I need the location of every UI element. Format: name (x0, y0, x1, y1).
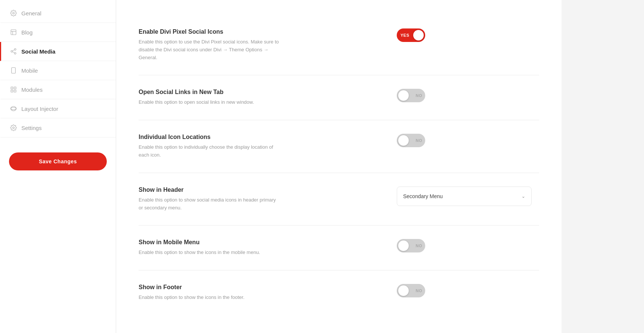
setting-show-in-mobile-menu-desc: Enable this option to show the icons in … (139, 249, 281, 257)
chevron-down-icon: ⌄ (521, 194, 525, 199)
setting-show-in-footer: Show in Footer Enable this option to sho… (139, 270, 539, 315)
setting-individual-icon-title: Individual Icon Locations (139, 134, 281, 140)
svg-rect-14 (11, 90, 13, 92)
modules-icon (10, 86, 17, 93)
open-new-tab-toggle[interactable]: NO (397, 89, 425, 102)
sidebar-item-mobile-label: Mobile (21, 67, 38, 74)
setting-enable-social-icons: Enable Divi Pixel Social Icons Enable th… (139, 15, 539, 75)
toggle-knob (398, 90, 409, 101)
sidebar-item-settings-label: Settings (21, 125, 42, 131)
svg-point-4 (14, 49, 16, 51)
setting-show-in-header-control: Secondary Menu ⌄ (397, 187, 539, 206)
sidebar-item-modules-label: Modules (21, 87, 43, 93)
sidebar-item-blog[interactable]: Blog (0, 23, 116, 42)
dropdown-value: Secondary Menu (403, 193, 443, 199)
setting-open-new-tab-info: Open Social Links in New Tab Enable this… (139, 89, 281, 106)
right-panel (562, 0, 644, 333)
setting-open-new-tab-desc: Enable this option to open social links … (139, 99, 281, 106)
setting-enable-social-icons-desc: Enable this option to use the Divi Pixel… (139, 38, 281, 61)
sidebar-item-mobile[interactable]: Mobile (0, 61, 116, 80)
settings-gear-icon (10, 124, 17, 131)
setting-individual-icon-control: NO (397, 134, 539, 147)
toggle-on-label: YES (400, 33, 409, 37)
setting-show-in-footer-info: Show in Footer Enable this option to sho… (139, 284, 281, 302)
svg-point-6 (14, 52, 16, 54)
toggle-off-label: NO (416, 243, 423, 248)
setting-enable-social-icons-info: Enable Divi Pixel Social Icons Enable th… (139, 28, 281, 61)
svg-point-15 (11, 108, 16, 110)
toggle-knob (398, 240, 409, 251)
setting-show-in-mobile-menu: Show in Mobile Menu Enable this option t… (139, 225, 539, 270)
main-content: Enable Divi Pixel Social Icons Enable th… (116, 0, 562, 333)
show-in-footer-toggle[interactable]: NO (397, 284, 425, 297)
toggle-knob (398, 135, 409, 146)
sidebar-item-social-media-label: Social Media (21, 48, 55, 55)
setting-show-in-header-title: Show in Header (139, 187, 281, 193)
setting-show-in-header-desc: Enable this option to show social media … (139, 196, 281, 212)
setting-open-new-tab-control: NO (397, 89, 539, 102)
toggle-off-label: NO (416, 288, 423, 293)
svg-rect-11 (11, 87, 13, 89)
gear-icon (10, 10, 17, 16)
sidebar-item-settings[interactable]: Settings (0, 118, 116, 137)
setting-individual-icon-locations: Individual Icon Locations Enable this op… (139, 120, 539, 173)
setting-show-in-mobile-menu-control: NO (397, 239, 539, 252)
svg-rect-1 (11, 30, 16, 35)
layout-icon (10, 105, 17, 112)
sidebar: General Blog Social Media Mobile Modules… (0, 0, 116, 333)
svg-line-7 (12, 52, 14, 53)
setting-open-new-tab-title: Open Social Links in New Tab (139, 89, 281, 96)
show-in-mobile-menu-toggle[interactable]: NO (397, 239, 425, 252)
sidebar-item-general-label: General (21, 10, 41, 16)
sidebar-item-blog-label: Blog (21, 29, 33, 36)
setting-individual-icon-desc: Enable this option to individually choos… (139, 143, 281, 159)
mobile-icon (10, 67, 17, 74)
setting-show-in-footer-desc: Enable this option to show the icons in … (139, 294, 281, 302)
setting-show-in-mobile-menu-title: Show in Mobile Menu (139, 239, 281, 246)
svg-line-8 (12, 50, 14, 51)
enable-social-icons-toggle[interactable]: YES (397, 28, 425, 42)
setting-show-in-header-info: Show in Header Enable this option to sho… (139, 187, 281, 212)
sidebar-item-layout-injector[interactable]: Layout Injector (0, 99, 116, 118)
sidebar-item-general[interactable]: General (0, 4, 116, 23)
show-in-header-dropdown[interactable]: Secondary Menu ⌄ (397, 187, 532, 206)
blog-icon (10, 29, 17, 36)
toggle-knob (413, 30, 424, 40)
sidebar-item-layout-injector-label: Layout Injector (21, 106, 58, 112)
setting-open-new-tab: Open Social Links in New Tab Enable this… (139, 75, 539, 120)
sidebar-item-social-media[interactable]: Social Media (0, 42, 116, 61)
save-changes-button[interactable]: Save Changes (9, 152, 107, 170)
svg-rect-12 (14, 87, 16, 89)
toggle-knob (398, 285, 409, 296)
svg-point-16 (13, 127, 15, 129)
svg-point-5 (11, 51, 13, 52)
individual-icon-toggle[interactable]: NO (397, 134, 425, 147)
save-btn-container: Save Changes (0, 143, 116, 179)
toggle-off-label: NO (416, 93, 423, 98)
setting-enable-social-icons-control: YES (397, 28, 539, 42)
sidebar-item-modules[interactable]: Modules (0, 80, 116, 99)
setting-show-in-mobile-menu-info: Show in Mobile Menu Enable this option t… (139, 239, 281, 257)
setting-individual-icon-info: Individual Icon Locations Enable this op… (139, 134, 281, 159)
svg-point-0 (13, 12, 15, 14)
toggle-off-label: NO (416, 138, 423, 143)
svg-rect-13 (14, 90, 16, 92)
setting-show-in-footer-title: Show in Footer (139, 284, 281, 291)
setting-enable-social-icons-title: Enable Divi Pixel Social Icons (139, 28, 281, 35)
setting-show-in-header: Show in Header Enable this option to sho… (139, 173, 539, 226)
share-icon (10, 48, 17, 55)
svg-rect-9 (12, 68, 16, 73)
setting-show-in-footer-control: NO (397, 284, 539, 297)
